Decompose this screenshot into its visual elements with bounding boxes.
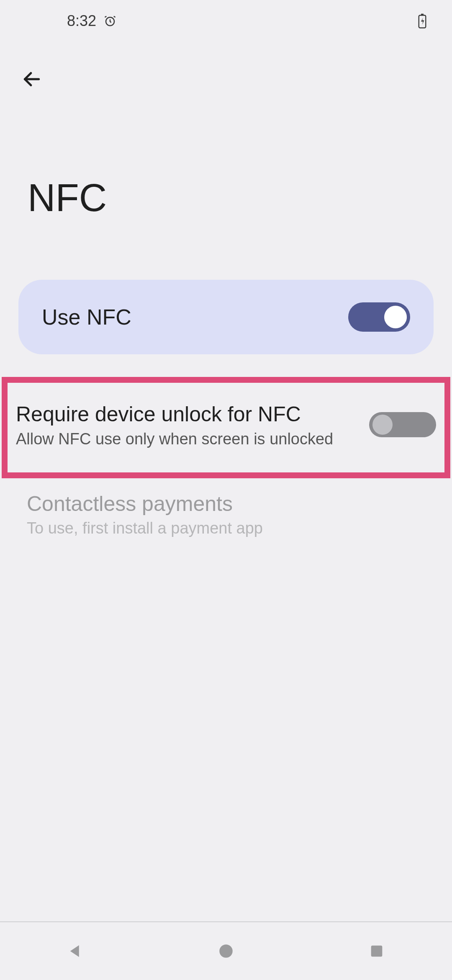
- toggle-thumb: [384, 306, 407, 328]
- nav-home-button[interactable]: [197, 934, 255, 968]
- setting-use-nfc-label: Use NFC: [42, 304, 131, 330]
- setting-contactless-label: Contactless payments: [27, 491, 425, 517]
- circle-home-icon: [217, 942, 235, 960]
- alarm-icon: [104, 15, 116, 27]
- svg-rect-5: [371, 946, 383, 957]
- toggle-require-unlock[interactable]: [369, 412, 436, 437]
- status-right: [418, 13, 427, 28]
- triangle-back-icon: [67, 942, 84, 960]
- app-bar: [19, 67, 44, 92]
- status-bar: 8:32: [0, 0, 452, 42]
- settings-list: Use NFC Require device unlock for NFC Al…: [0, 280, 452, 537]
- setting-require-unlock-subtitle: Allow NFC use only when screen is unlock…: [16, 430, 357, 448]
- back-button[interactable]: [19, 67, 44, 92]
- square-recent-icon: [368, 943, 385, 959]
- setting-use-nfc[interactable]: Use NFC: [18, 280, 434, 354]
- highlight-frame: Require device unlock for NFC Allow NFC …: [2, 377, 450, 478]
- setting-contactless-subtitle: To use, first install a payment app: [27, 519, 425, 537]
- setting-require-unlock-texts: Require device unlock for NFC Allow NFC …: [16, 401, 357, 448]
- system-nav-bar: [0, 921, 452, 980]
- status-left: 8:32: [67, 12, 116, 30]
- svg-rect-2: [421, 14, 424, 15]
- status-time: 8:32: [67, 12, 96, 30]
- setting-require-unlock[interactable]: Require device unlock for NFC Allow NFC …: [16, 401, 436, 448]
- svg-point-4: [219, 944, 233, 958]
- setting-contactless-payments: Contactless payments To use, first insta…: [18, 491, 434, 538]
- nav-recent-button[interactable]: [347, 934, 406, 968]
- setting-contactless-texts: Contactless payments To use, first insta…: [27, 491, 425, 538]
- page-title: NFC: [28, 176, 107, 220]
- arrow-left-icon: [21, 69, 42, 91]
- nav-back-button[interactable]: [46, 934, 105, 968]
- toggle-thumb: [372, 415, 393, 435]
- setting-require-unlock-label: Require device unlock for NFC: [16, 401, 357, 428]
- toggle-use-nfc[interactable]: [348, 302, 410, 332]
- battery-charging-icon: [418, 13, 427, 28]
